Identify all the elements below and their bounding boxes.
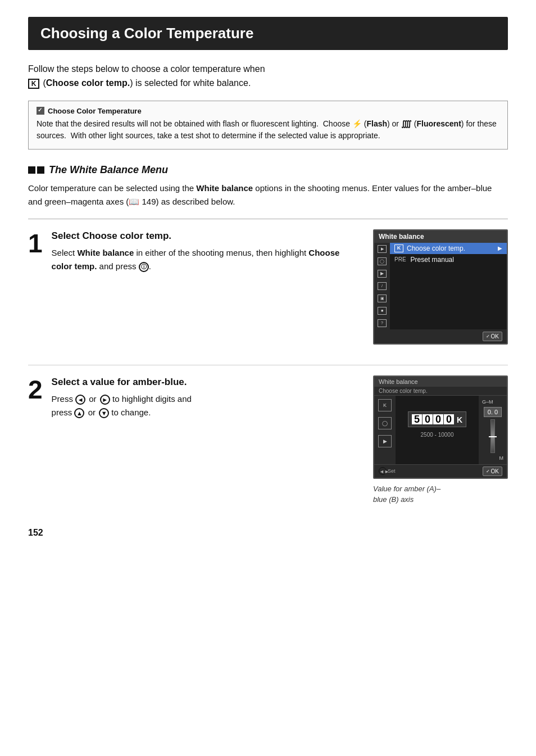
- step-1-number: 1: [28, 230, 43, 256]
- or-1: or: [89, 394, 96, 404]
- step-2: 2 Select a value for amber-blue. Press ◄…: [28, 375, 508, 505]
- sq2: [37, 166, 44, 174]
- cs1-sidebar-icon-1: ▶: [378, 245, 387, 253]
- cs1-sidebar-icon-5: ▣: [378, 295, 387, 302]
- section-divider: [28, 219, 508, 219]
- cs1-row2-label: Preset manual: [411, 256, 454, 264]
- cs2-digit-1: 5: [412, 414, 422, 424]
- step-2-left: 2 Select a value for amber-blue. Press ◄…: [28, 375, 360, 419]
- step-2-screen-area: White balance Choose color temp. K ◯ ▶ 5…: [373, 375, 508, 505]
- cs1-row1-icon: K: [394, 245, 403, 252]
- or-2: or: [88, 408, 96, 417]
- ok-button-1: ✓ OK: [483, 332, 502, 341]
- cs2-icon-1: K: [378, 399, 392, 411]
- caption-line2: blue (B) axis: [373, 495, 414, 504]
- cs2-digit-4: 0: [444, 414, 454, 424]
- cs1-row-1: K Choose color temp. ▶: [390, 243, 507, 254]
- choose-color-temp-label: Choose color temp.: [46, 78, 130, 88]
- camera-screen-2: White balance Choose color temp. K ◯ ▶ 5…: [373, 375, 508, 479]
- page-title: Choosing a Color Temperature: [28, 17, 508, 50]
- step-2-title: Select a value for amber-blue.: [52, 375, 192, 389]
- step-2-body: Press ◄ or ► to highlight digits and pre…: [52, 392, 192, 419]
- cs1-sidebar-icon-2: ◯: [378, 257, 387, 265]
- to-text: to: [111, 408, 119, 417]
- intro-text-1: Follow the steps below to choose a color…: [28, 64, 265, 74]
- step-1-title: Select Choose color temp.: [52, 229, 360, 243]
- left-arrow-icon: ◄: [75, 395, 85, 405]
- step-1-screen: White balance ▶ ◯ ▶ / ▣ ■ ? K Choose col…: [373, 229, 508, 345]
- cs2-right-gm: G–M 0. 0 M: [479, 396, 507, 464]
- cs2-digit-3: 0: [433, 414, 443, 424]
- section-body: Color temperature can be selected using …: [28, 182, 508, 209]
- cs1-sidebar-icon-3: ▶: [378, 270, 387, 278]
- cs2-left-sidebar: K ◯ ▶: [374, 396, 396, 464]
- sq1: [28, 166, 35, 174]
- ok-label-2: OK: [491, 468, 499, 474]
- cs2-icon-3: ▶: [378, 435, 392, 447]
- caption-line1: Value for amber (A)–: [373, 485, 440, 493]
- up-arrow-icon: ▲: [74, 408, 84, 418]
- camera-screen-1: White balance ▶ ◯ ▶ / ▣ ■ ? K Choose col…: [373, 229, 508, 345]
- step2-caption: Value for amber (A)– blue (B) axis: [373, 483, 508, 505]
- section-heading-text: The White Balance Menu: [49, 164, 168, 176]
- cs1-sidebar-icon-6: ■: [378, 307, 387, 315]
- cs1-row2-pre: PRE: [394, 256, 406, 262]
- note-box-body: Note that the desired results will not b…: [37, 118, 499, 142]
- right-arrow-icon: ►: [100, 395, 110, 405]
- cs2-body: K ◯ ▶ 5 0 0 0 K 2500 - 10000: [374, 396, 507, 464]
- cs2-footer: ◄► Set ✓ OK: [374, 464, 507, 478]
- note-check-icon: [37, 107, 44, 115]
- cs1-sidebar-icon-7: ?: [378, 319, 387, 327]
- gm-bar: [490, 419, 495, 453]
- step-1: 1 Select Choose color temp. Select White…: [28, 229, 508, 345]
- step-divider: [28, 365, 508, 365]
- cs2-gm-label: G–M: [482, 399, 493, 405]
- cs2-unit: K: [457, 415, 462, 424]
- gm-bar-indicator: [489, 436, 497, 437]
- cs2-gm-m: M: [499, 455, 504, 461]
- cs1-row1-label: Choose color temp.: [407, 245, 465, 252]
- note-box-title: Choose Color Temperature: [37, 107, 499, 115]
- ok-button-2: ✓ OK: [483, 467, 502, 476]
- section-squares-icon: [28, 166, 44, 174]
- cs2-title: White balance: [374, 377, 507, 387]
- cs2-digit-2: 0: [423, 414, 433, 424]
- intro-text: Follow the steps below to choose a color…: [28, 62, 508, 90]
- step-2-content: Select a value for amber-blue. Press ◄ o…: [52, 375, 192, 419]
- step-1-body: Select White balance in either of the sh…: [52, 246, 360, 273]
- cs2-center: 5 0 0 0 K 2500 - 10000: [396, 396, 479, 464]
- ok-label-1: OK: [491, 333, 499, 339]
- step-2-number: 2: [28, 377, 43, 402]
- color-temp-icon: K: [28, 79, 39, 89]
- page-number: 152: [28, 528, 508, 538]
- set-icon: ◄►: [379, 467, 387, 475]
- cs1-row-2: PRE Preset manual: [390, 254, 507, 265]
- cs1-row1-arrow: ▶: [498, 245, 502, 251]
- cs2-set-label: ◄► Set: [379, 467, 396, 475]
- step-1-content: Select Choose color temp. Select White b…: [52, 229, 360, 273]
- cs1-sidebar-icon-4: /: [378, 282, 387, 290]
- cs2-value-display: 5 0 0 0 K: [408, 411, 466, 427]
- cs1-title: White balance: [374, 230, 507, 243]
- note-box: Choose Color Temperature Note that the d…: [28, 101, 508, 150]
- down-arrow-icon: ▼: [99, 408, 109, 418]
- section-heading: The White Balance Menu: [28, 164, 508, 176]
- ok-circle-icon: ⓘ: [139, 262, 149, 272]
- step-1-left: 1 Select Choose color temp. Select White…: [28, 229, 360, 273]
- cs2-icon-2: ◯: [378, 417, 392, 429]
- cs2-range: 2500 - 10000: [421, 432, 454, 438]
- cs2-subtitle: Choose color temp.: [374, 387, 507, 396]
- note-title-text: Choose Color Temperature: [48, 107, 142, 115]
- cs1-footer: ✓ OK: [374, 329, 507, 343]
- cs2-gm-value: 0. 0: [484, 407, 502, 417]
